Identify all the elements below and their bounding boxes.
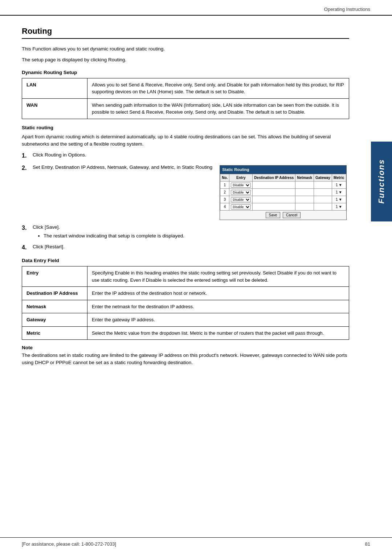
static-routing-mini-table: No. Entry Destination IP Address Netmask… [220, 174, 346, 211]
table-row: 1 DisableEnable 1▼ [220, 181, 346, 188]
metric-label: Metric [22, 326, 87, 340]
note-title: Note [22, 345, 349, 350]
static-routing-mini-box: Static Routing No. Entry Destination IP … [220, 165, 346, 220]
row1-metric[interactable]: 1▼ [332, 181, 346, 188]
row2-no: 2 [220, 188, 229, 196]
row2-entry[interactable]: DisableEnable [229, 188, 253, 196]
row4-dest [253, 203, 295, 210]
table-row: 3 DisableEnable 1▼ [220, 196, 346, 203]
static-routing-heading: Static routing [22, 125, 349, 130]
static-routing-mini-title: Static Routing [220, 166, 346, 174]
footer-support: [For assistance, please call: 1-800-272-… [22, 541, 116, 547]
note-text: The destinations set in static routing a… [22, 352, 349, 367]
row4-netmask [295, 203, 314, 210]
page-header: Operating Instructions [0, 0, 392, 16]
step-4-text: Click [Restart]. [33, 243, 65, 250]
step-3-bullet-1: The restart window indicating that setup… [44, 232, 184, 240]
row2-dest [253, 188, 295, 196]
table-row: Destination IP Address Enter the IP addr… [22, 287, 349, 300]
dest-ip-description: Enter the IP address of the destination … [87, 287, 349, 300]
step-2-text: Set Entry, Destination IP Address, Netma… [33, 164, 212, 171]
step-3-bullets: The restart window indicating that setup… [44, 232, 184, 240]
row3-dest [253, 196, 295, 203]
dynamic-routing-table: LAN Allows you to set Send & Receive, Re… [22, 78, 349, 119]
cancel-button[interactable]: Cancel [283, 212, 301, 218]
col-metric: Metric [332, 174, 346, 181]
row4-metric[interactable]: 1▼ [332, 203, 346, 210]
step-2-container: Set Entry, Destination IP Address, Netma… [33, 164, 347, 220]
row4-gateway [314, 203, 332, 210]
data-entry-table: Entry Specifying Enable in this heading … [22, 266, 349, 340]
intro-paragraph-2: The setup page is displayed by clicking … [22, 56, 349, 64]
step-4: 4. Click [Restart]. [22, 243, 349, 252]
col-netmask: Netmask [295, 174, 314, 181]
entry-label: Entry [22, 266, 87, 287]
row4-entry-select[interactable]: DisableEnable [231, 204, 251, 209]
dynamic-routing-heading: Dynamic Routing Setup [22, 70, 349, 75]
save-button[interactable]: Save [266, 212, 281, 218]
dest-ip-label: Destination IP Address [22, 287, 87, 300]
mini-table-buttons: Save Cancel [220, 211, 346, 220]
step-1: 1. Click Routing in Options. [22, 151, 349, 160]
row3-entry-select[interactable]: DisableEnable [231, 197, 251, 202]
table-row: Metric Select the Metric value from the … [22, 326, 349, 340]
row1-no: 1 [220, 181, 229, 188]
row1-netmask [295, 181, 314, 188]
lan-description: Allows you to set Send & Receive, Receiv… [87, 78, 349, 98]
gateway-label: Gateway [22, 313, 87, 327]
row3-netmask [295, 196, 314, 203]
row4-no: 4 [220, 203, 229, 210]
step-2: 2. Set Entry, Destination IP Address, Ne… [22, 164, 349, 220]
note-section: Note The destinations set in static rout… [22, 345, 349, 367]
page-wrapper: Operating Instructions Functions Routing… [0, 0, 392, 554]
step-4-number: 4. [22, 243, 30, 252]
col-dest: Destination IP Address [253, 174, 295, 181]
footer-page-number: 81 [365, 541, 370, 547]
gateway-description: Enter the gateway IP address. [87, 313, 349, 327]
row1-entry[interactable]: DisableEnable [229, 181, 253, 188]
metric-description: Select the Metric value from the dropdow… [87, 326, 349, 340]
lan-label: LAN [22, 78, 87, 98]
row4-entry[interactable]: DisableEnable [229, 203, 253, 210]
row3-no: 3 [220, 196, 229, 203]
netmask-description: Enter the netmask for the destination IP… [87, 300, 349, 313]
col-entry: Entry [229, 174, 253, 181]
row1-gateway [314, 181, 332, 188]
table-row: Netmask Enter the netmask for the destin… [22, 300, 349, 313]
header-title: Operating Instructions [324, 7, 370, 12]
side-tab: Functions [371, 142, 392, 221]
page-title: Routing [22, 27, 349, 39]
row3-entry[interactable]: DisableEnable [229, 196, 253, 203]
step-3-text: Click [Save]. [33, 224, 60, 230]
step-2-number: 2. [22, 164, 30, 172]
intro-paragraph-1: This Function allows you to set dynamic … [22, 45, 349, 53]
table-row: WAN When sending path information to the… [22, 98, 349, 119]
table-row: LAN Allows you to set Send & Receive, Re… [22, 78, 349, 98]
step-3: 3. Click [Save]. The restart window indi… [22, 224, 349, 240]
step-1-text: Click Routing in Options. [33, 151, 86, 159]
side-tab-label: Functions [377, 159, 386, 204]
page-footer: [For assistance, please call: 1-800-272-… [0, 537, 392, 547]
wan-label: WAN [22, 98, 87, 119]
entry-description: Specifying Enable in this heading enable… [87, 266, 349, 287]
table-row: 4 DisableEnable 1▼ [220, 203, 346, 210]
col-no: No. [220, 174, 229, 181]
table-row: Entry Specifying Enable in this heading … [22, 266, 349, 287]
step-3-content: Click [Save]. The restart window indicat… [33, 224, 184, 240]
netmask-label: Netmask [22, 300, 87, 313]
row2-entry-select[interactable]: DisableEnable [231, 190, 251, 195]
row2-netmask [295, 188, 314, 196]
static-routing-description: Apart from dynamic routing which is dete… [22, 133, 349, 148]
table-row: Gateway Enter the gateway IP address. [22, 313, 349, 327]
main-content: Routing This Function allows you to set … [0, 16, 371, 381]
row3-gateway [314, 196, 332, 203]
row2-metric[interactable]: 1▼ [332, 188, 346, 196]
table-row: 2 DisableEnable 1▼ [220, 188, 346, 196]
row1-entry-select[interactable]: DisableEnable [231, 183, 251, 188]
row1-dest [253, 181, 295, 188]
row3-metric[interactable]: 1▼ [332, 196, 346, 203]
data-entry-heading: Data Entry Field [22, 258, 349, 263]
step-1-number: 1. [22, 151, 30, 160]
col-gateway: Gateway [314, 174, 332, 181]
step-3-number: 3. [22, 224, 30, 232]
